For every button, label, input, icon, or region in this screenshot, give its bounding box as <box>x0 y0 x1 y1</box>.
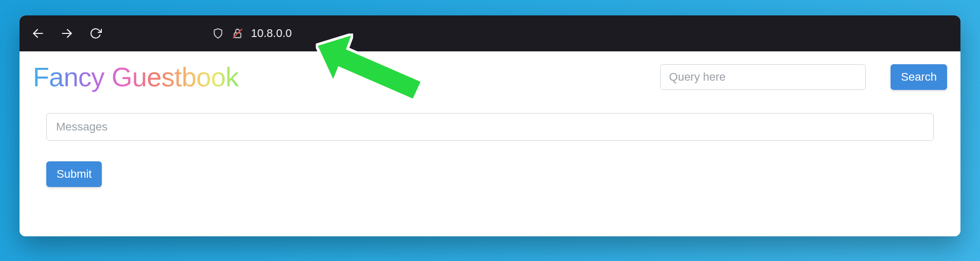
submit-button[interactable]: Submit <box>46 161 102 187</box>
query-input[interactable] <box>660 64 866 90</box>
header-row: Fancy Guestbook Search <box>33 62 947 92</box>
address-bar[interactable]: 10.8.0.0 <box>205 22 299 45</box>
refresh-button[interactable] <box>88 26 103 41</box>
back-button[interactable] <box>31 26 45 41</box>
page-title: Fancy Guestbook <box>33 62 239 92</box>
messages-input[interactable] <box>46 113 934 141</box>
search-button[interactable]: Search <box>891 64 947 90</box>
nav-controls <box>31 26 103 41</box>
url-text: 10.8.0.0 <box>251 27 292 40</box>
page-content: Fancy Guestbook Search Submit <box>20 51 960 236</box>
browser-chrome: 10.8.0.0 <box>20 15 960 51</box>
message-form: Submit <box>33 113 947 187</box>
shield-icon <box>212 27 224 40</box>
insecure-lock-icon <box>231 27 244 40</box>
browser-window: 10.8.0.0 Fancy Guestbook Search Submit <box>20 15 960 236</box>
search-group: Search <box>660 64 947 90</box>
forward-button[interactable] <box>60 26 74 41</box>
